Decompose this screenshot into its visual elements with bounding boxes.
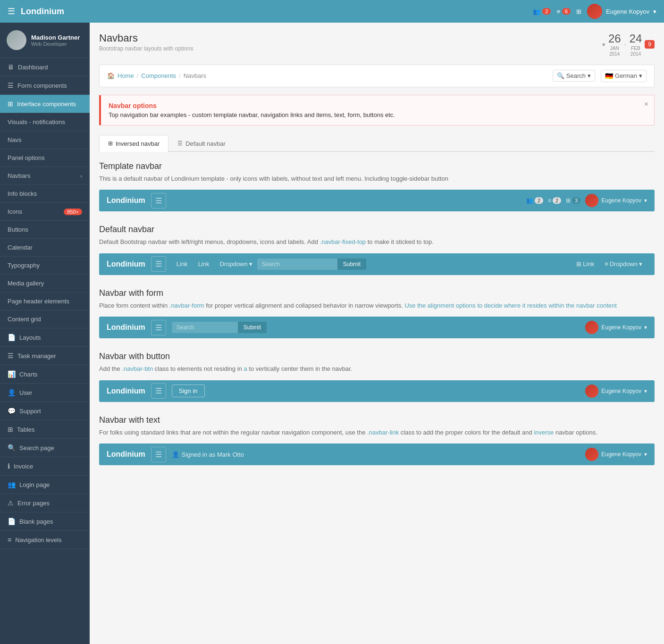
search-page-icon: 🔍 xyxy=(8,444,16,452)
sidebar-item-search-page[interactable]: 🔍 Search page xyxy=(0,439,90,457)
sidebar-item-login-page[interactable]: 👥 Login page xyxy=(0,476,90,494)
sidebar-item-panel-options[interactable]: Panel options xyxy=(0,149,90,167)
sidebar-item-tables[interactable]: ⊞ Tables xyxy=(0,420,90,439)
demo-dropdown-btn[interactable]: Dropdown ▾ xyxy=(215,253,257,275)
sidebar-item-page-header[interactable]: Page header elements xyxy=(0,293,90,310)
sidebar-item-buttons[interactable]: Buttons xyxy=(0,221,90,239)
alert-text: Top navigation bar examples - custom tem… xyxy=(109,111,647,118)
sidebar-item-icons[interactable]: Icons 850+ xyxy=(0,203,90,221)
sidebar-item-label: Navbars xyxy=(8,172,30,179)
list-tab-icon: ☰ xyxy=(177,140,183,147)
demo-hamburger-icon[interactable]: ☰ xyxy=(151,447,166,462)
navbar-fixed-top-link[interactable]: .navbar-fixed-top xyxy=(320,238,366,245)
sidebar-item-label: Panel options xyxy=(8,154,45,161)
chevron-down-icon: ▾ xyxy=(249,260,252,268)
sidebar-item-media-gallery[interactable]: Media gallery xyxy=(0,275,90,293)
demo-hamburger-icon[interactable]: ☰ xyxy=(151,383,166,399)
sidebar-item-label: Invoice xyxy=(14,463,33,470)
demo-badge-1: 2 xyxy=(535,197,543,204)
sidebar-item-error-pages[interactable]: ⚠ Error pages xyxy=(0,494,90,512)
sidebar-item-typography[interactable]: Typography xyxy=(0,257,90,275)
sidebar-item-content-grid[interactable]: Content grid xyxy=(0,310,90,328)
sidebar-item-navs[interactable]: Navs xyxy=(0,131,90,149)
list-icon: ≡ xyxy=(556,8,560,15)
sidebar-item-label: User xyxy=(19,389,32,396)
sidebar-item-label: Blank pages xyxy=(19,518,53,525)
sidebar-item-form-components[interactable]: ☰ Form components xyxy=(0,76,90,95)
demo-list-btn[interactable]: ≡ 2 xyxy=(548,197,561,204)
sidebar-item-invoice[interactable]: ℹ Invoice xyxy=(0,457,90,476)
date-to-day: 24 xyxy=(630,32,642,46)
tab-default-navbar[interactable]: ☰ Default navbar xyxy=(168,135,235,152)
sidebar-item-support[interactable]: 💬 Support xyxy=(0,402,90,420)
date-from-day: 26 xyxy=(608,32,621,46)
sidebar-item-label: Visuals - notifications xyxy=(8,118,65,125)
grid-nav-btn[interactable]: ⊞ xyxy=(576,8,581,15)
demo-submit-btn[interactable]: Submit xyxy=(337,259,366,270)
demo-user-info[interactable]: Eugene Kopyov ▾ xyxy=(585,385,647,398)
sidebar-item-navbars[interactable]: Navbars › xyxy=(0,167,90,185)
sidebar-item-navigation-levels[interactable]: ≡ Navigation levels xyxy=(0,531,90,549)
demo-right-dropdown[interactable]: ≡ Dropdown ▾ xyxy=(600,253,647,275)
breadcrumb-home[interactable]: Home xyxy=(118,72,134,79)
chevron-right-icon: › xyxy=(80,173,82,179)
demo-brand: Londinium xyxy=(107,450,145,459)
page-title: Navbars xyxy=(99,32,193,44)
sidebar-item-task-manager[interactable]: ☰ Task manager xyxy=(0,347,90,365)
page-title-block: Navbars Bootstrap navbar layouts with op… xyxy=(99,32,193,52)
sidebar-item-label: Navs xyxy=(8,136,22,143)
sidebar-item-user[interactable]: 👤 User xyxy=(0,384,90,402)
sidebar-item-visuals[interactable]: Visuals - notifications xyxy=(0,113,90,131)
sidebar-item-label: Charts xyxy=(19,371,37,378)
sidebar-item-interface-components[interactable]: ⊞ Interface components xyxy=(0,95,90,113)
top-user-info[interactable]: Eugene Kopyov ▾ xyxy=(587,4,656,19)
sidebar-item-charts[interactable]: 📊 Charts xyxy=(0,365,90,384)
layouts-icon: 📄 xyxy=(8,334,16,341)
demo-right-link-icon[interactable]: ⊞ Link xyxy=(572,253,599,275)
search-dropdown-btn[interactable]: 🔍 Search ▾ xyxy=(553,70,595,82)
demo-signin-btn[interactable]: Sign in xyxy=(172,385,205,397)
demo-user-name: Eugene Kopyov xyxy=(601,388,641,394)
demo-link-2[interactable]: Link xyxy=(193,253,214,275)
close-icon[interactable]: × xyxy=(644,100,648,109)
navbar-btn-class: .navbar-btn xyxy=(122,365,153,372)
top-hamburger[interactable]: ☰ xyxy=(8,6,15,17)
navbar-form-class: .navbar-form xyxy=(169,302,204,309)
demo-search-input[interactable] xyxy=(257,259,337,270)
date-from-month: JAN2014 xyxy=(608,46,621,57)
demo-badge-3: 3 xyxy=(572,197,580,204)
sidebar-item-calendar[interactable]: Calendar xyxy=(0,239,90,257)
demo-grid-btn[interactable]: ⊞ 3 xyxy=(566,197,580,204)
demo-hamburger-icon[interactable]: ☰ xyxy=(151,256,166,272)
demo-hamburger-icon[interactable]: ☰ xyxy=(151,193,166,209)
section-desc: Add the .navbar-btn class to elements no… xyxy=(99,364,655,374)
demo-form-submit-btn[interactable]: Submit xyxy=(238,322,267,333)
demo-form-search-input[interactable] xyxy=(172,322,238,333)
invoice-icon: ℹ xyxy=(8,462,10,470)
demo-hamburger-icon[interactable]: ☰ xyxy=(151,320,166,335)
sidebar-item-info-blocks[interactable]: Info blocks xyxy=(0,185,90,203)
grid-tab-icon: ⊞ xyxy=(108,140,113,147)
sidebar-item-layouts[interactable]: 📄 Layouts xyxy=(0,328,90,347)
demo-brand: Londinium xyxy=(107,387,145,395)
breadcrumb-components[interactable]: Components xyxy=(141,72,176,79)
demo-users-btn[interactable]: 👥 2 xyxy=(526,197,543,204)
tab-label: Default navbar xyxy=(185,140,226,147)
demo-user-info[interactable]: Eugene Kopyov ▾ xyxy=(585,321,647,334)
demo-form-navbar: Londinium ☰ Submit Eugene Kopyov ▾ xyxy=(99,317,655,338)
demo-user-info[interactable]: Eugene Kopyov ▾ xyxy=(585,448,647,461)
demo-caret-icon: ▾ xyxy=(644,388,647,394)
sidebar-item-dashboard[interactable]: 🖥 Dashboard xyxy=(0,58,90,76)
demo-text-navbar: Londinium ☰ 👤 Signed in as Mark Otto Eug… xyxy=(99,443,655,465)
language-dropdown-btn[interactable]: 🇩🇪 German ▾ xyxy=(601,70,647,82)
demo-user-info[interactable]: Eugene Kopyov ▾ xyxy=(585,194,647,207)
date-range: ▾ 26 JAN2014 - 24 FEB2014 9 xyxy=(602,32,655,57)
demo-link-1[interactable]: Link xyxy=(172,253,193,275)
list-nav-btn[interactable]: ≡ 6 xyxy=(556,8,571,15)
tab-inversed-navbar[interactable]: ⊞ Inversed navbar xyxy=(99,135,168,152)
users-nav-btn[interactable]: 👥 2 xyxy=(533,8,551,15)
form-icon: ☰ xyxy=(8,82,14,89)
sidebar-item-label: Tables xyxy=(17,426,35,433)
sidebar-item-blank-pages[interactable]: 📄 Blank pages xyxy=(0,512,90,531)
date-caret: ▾ xyxy=(602,41,605,48)
